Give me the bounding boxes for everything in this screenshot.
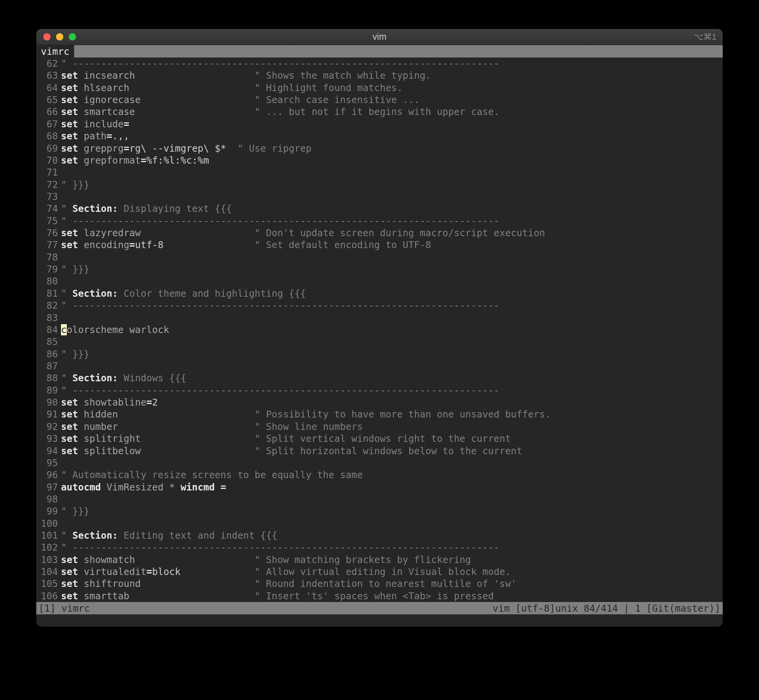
code-line[interactable]: 87: [36, 360, 723, 372]
code-line[interactable]: 81" Section: Color theme and highlightin…: [36, 287, 723, 299]
code-content[interactable]: [61, 493, 723, 505]
code-content[interactable]: " Section: Editing text and indent {{{: [61, 529, 723, 541]
code-line[interactable]: 101" Section: Editing text and indent {{…: [36, 529, 723, 541]
code-content[interactable]: " Automatically resize screens to be equ…: [61, 469, 723, 481]
code-line[interactable]: 85: [36, 336, 723, 348]
code-content[interactable]: set ignorecase " Search case insensitive…: [61, 94, 723, 106]
code-line[interactable]: 76set lazyredraw " Don't update screen d…: [36, 227, 723, 239]
code-line[interactable]: 73: [36, 191, 723, 203]
code-content[interactable]: [61, 275, 723, 287]
code-content[interactable]: set incsearch " Shows the match while ty…: [61, 69, 723, 81]
code-content[interactable]: set splitright " Split vertical windows …: [61, 433, 723, 445]
tab-vimrc[interactable]: vimrc: [36, 45, 74, 57]
code-content[interactable]: set encoding=utf-8 " Set default encodin…: [61, 239, 723, 251]
code-content[interactable]: " }}}: [61, 505, 723, 517]
code-content[interactable]: [61, 336, 723, 348]
code-content[interactable]: " }}}: [61, 348, 723, 360]
editor-area[interactable]: 62" ------------------------------------…: [36, 57, 723, 602]
line-number: 96: [36, 469, 61, 481]
line-number: 63: [36, 69, 61, 81]
code-content[interactable]: " }}}: [61, 179, 723, 191]
code-content[interactable]: set grepformat=%f:%l:%c:%m: [61, 154, 723, 166]
code-content[interactable]: colorscheme warlock: [61, 324, 723, 336]
code-content[interactable]: [61, 457, 723, 469]
code-line[interactable]: 104set virtualedit=block " Allow virtual…: [36, 566, 723, 578]
code-line[interactable]: 68set path=.,,: [36, 130, 723, 142]
code-line[interactable]: 98: [36, 493, 723, 505]
code-content[interactable]: " Section: Color theme and highlighting …: [61, 287, 723, 299]
code-content[interactable]: set shiftround " Round indentation to ne…: [61, 578, 723, 590]
code-line[interactable]: 80: [36, 275, 723, 287]
code-line[interactable]: 90set showtabline=2: [36, 396, 723, 408]
vim-cmdline[interactable]: [36, 614, 723, 627]
code-content[interactable]: set path=.,,: [61, 130, 723, 142]
code-line[interactable]: 82" ------------------------------------…: [36, 299, 723, 311]
code-line[interactable]: 77set encoding=utf-8 " Set default encod…: [36, 239, 723, 251]
code-line[interactable]: 94set splitbelow " Split horizontal wind…: [36, 445, 723, 457]
code-content[interactable]: set smarttab " Insert 'ts' spaces when <…: [61, 590, 723, 602]
code-content[interactable]: [61, 360, 723, 372]
code-content[interactable]: set splitbelow " Split horizontal window…: [61, 445, 723, 457]
code-line[interactable]: 67set include=: [36, 118, 723, 130]
code-content[interactable]: [61, 312, 723, 324]
code-content[interactable]: [61, 517, 723, 529]
code-line[interactable]: 70set grepformat=%f:%l:%c:%m: [36, 154, 723, 166]
code-content[interactable]: " Section: Windows {{{: [61, 372, 723, 384]
code-line[interactable]: 79" }}}: [36, 263, 723, 275]
code-content[interactable]: " --------------------------------------…: [61, 299, 723, 311]
code-content[interactable]: set smartcase " ... but not if it begins…: [61, 106, 723, 118]
code-content[interactable]: [61, 251, 723, 263]
code-line[interactable]: 92set number " Show line numbers: [36, 421, 723, 433]
code-content[interactable]: [61, 191, 723, 203]
code-content[interactable]: set include=: [61, 118, 723, 130]
code-content[interactable]: autocmd VimResized * wincmd =: [61, 481, 723, 493]
code-line[interactable]: 105set shiftround " Round indentation to…: [36, 578, 723, 590]
code-content[interactable]: " --------------------------------------…: [61, 215, 723, 227]
code-content[interactable]: " --------------------------------------…: [61, 541, 723, 553]
code-line[interactable]: 97autocmd VimResized * wincmd =: [36, 481, 723, 493]
code-content[interactable]: set virtualedit=block " Allow virtual ed…: [61, 566, 723, 578]
code-line[interactable]: 74" Section: Displaying text {{{: [36, 203, 723, 215]
code-content[interactable]: set hlsearch " Highlight found matches.: [61, 82, 723, 94]
window-titlebar[interactable]: vim ⌥⌘1: [36, 29, 723, 45]
code-content[interactable]: " --------------------------------------…: [61, 384, 723, 396]
code-content[interactable]: set showtabline=2: [61, 396, 723, 408]
code-line[interactable]: 100: [36, 517, 723, 529]
code-line[interactable]: 91set hidden " Possibility to have more …: [36, 408, 723, 420]
statusline-left: [1] vimrc: [39, 603, 90, 614]
code-content[interactable]: set showmatch " Show matching brackets b…: [61, 554, 723, 566]
code-line[interactable]: 102" -----------------------------------…: [36, 541, 723, 553]
code-line[interactable]: 84colorscheme warlock: [36, 324, 723, 336]
code-line[interactable]: 83: [36, 312, 723, 324]
code-line[interactable]: 75" ------------------------------------…: [36, 215, 723, 227]
code-line[interactable]: 65set ignorecase " Search case insensiti…: [36, 94, 723, 106]
code-content[interactable]: set grepprg=rg\ --vimgrep\ $* " Use ripg…: [61, 142, 723, 154]
code-content[interactable]: " }}}: [61, 263, 723, 275]
code-line[interactable]: 89" ------------------------------------…: [36, 384, 723, 396]
code-line[interactable]: 72" }}}: [36, 179, 723, 191]
code-line[interactable]: 62" ------------------------------------…: [36, 57, 723, 69]
code-line[interactable]: 93set splitright " Split vertical window…: [36, 433, 723, 445]
code-content[interactable]: set hidden " Possibility to have more th…: [61, 408, 723, 420]
code-line[interactable]: 69set grepprg=rg\ --vimgrep\ $* " Use ri…: [36, 142, 723, 154]
code-line[interactable]: 66set smartcase " ... but not if it begi…: [36, 106, 723, 118]
code-line[interactable]: 103set showmatch " Show matching bracket…: [36, 554, 723, 566]
code-line[interactable]: 96" Automatically resize screens to be e…: [36, 469, 723, 481]
code-line[interactable]: 78: [36, 251, 723, 263]
code-line[interactable]: 71: [36, 166, 723, 178]
code-content[interactable]: " Section: Displaying text {{{: [61, 203, 723, 215]
code-line[interactable]: 88" Section: Windows {{{: [36, 372, 723, 384]
line-number: 101: [36, 529, 61, 541]
code-line[interactable]: 86" }}}: [36, 348, 723, 360]
code-line[interactable]: 95: [36, 457, 723, 469]
code-content[interactable]: [61, 166, 723, 178]
code-line[interactable]: 63set incsearch " Shows the match while …: [36, 69, 723, 81]
code-content[interactable]: " --------------------------------------…: [61, 57, 723, 69]
code-line[interactable]: 64set hlsearch " Highlight found matches…: [36, 82, 723, 94]
code-content[interactable]: set lazyredraw " Don't update screen dur…: [61, 227, 723, 239]
code-content[interactable]: set number " Show line numbers: [61, 421, 723, 433]
code-line[interactable]: 106set smarttab " Insert 'ts' spaces whe…: [36, 590, 723, 602]
line-number: 94: [36, 445, 61, 457]
vim-tabline[interactable]: vimrc: [36, 45, 723, 57]
code-line[interactable]: 99" }}}: [36, 505, 723, 517]
